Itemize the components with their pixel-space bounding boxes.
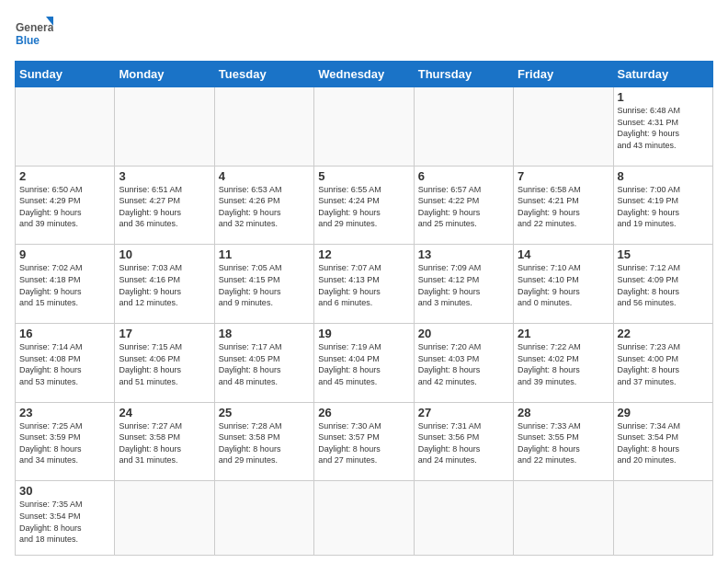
day-number: 1 <box>618 90 709 104</box>
day-number: 27 <box>418 406 509 419</box>
day-number: 12 <box>318 247 409 261</box>
day-info: Sunrise: 7:25 AM Sunset: 3:59 PM Dayligh… <box>19 420 110 466</box>
day-number: 6 <box>418 169 509 183</box>
page-header: General Blue <box>15 15 713 53</box>
day-number: 17 <box>119 327 210 340</box>
day-info: Sunrise: 7:35 AM Sunset: 3:54 PM Dayligh… <box>19 499 110 545</box>
day-info: Sunrise: 7:19 AM Sunset: 4:04 PM Dayligh… <box>318 341 409 387</box>
table-row <box>414 87 513 167</box>
day-number: 25 <box>219 406 310 419</box>
table-row <box>214 481 313 556</box>
table-row <box>115 481 214 556</box>
table-row: 26Sunrise: 7:30 AM Sunset: 3:57 PM Dayli… <box>314 402 414 481</box>
calendar-header-row: Sunday Monday Tuesday Wednesday Thursday… <box>16 62 713 87</box>
table-row: 5Sunrise: 6:55 AM Sunset: 4:24 PM Daylig… <box>314 166 414 245</box>
day-number: 11 <box>219 247 310 261</box>
day-number: 4 <box>219 169 310 183</box>
table-row: 30Sunrise: 7:35 AM Sunset: 3:54 PM Dayli… <box>16 481 115 556</box>
calendar-week-row: 9Sunrise: 7:02 AM Sunset: 4:18 PM Daylig… <box>16 245 713 324</box>
table-row: 21Sunrise: 7:22 AM Sunset: 4:02 PM Dayli… <box>514 324 613 403</box>
col-monday: Monday <box>115 62 214 87</box>
day-info: Sunrise: 7:07 AM Sunset: 4:13 PM Dayligh… <box>318 262 409 308</box>
table-row <box>514 481 613 556</box>
table-row: 2Sunrise: 6:50 AM Sunset: 4:29 PM Daylig… <box>16 166 115 245</box>
table-row: 27Sunrise: 7:31 AM Sunset: 3:56 PM Dayli… <box>414 402 513 481</box>
table-row: 17Sunrise: 7:15 AM Sunset: 4:06 PM Dayli… <box>115 324 214 403</box>
day-number: 3 <box>119 169 210 183</box>
table-row: 11Sunrise: 7:05 AM Sunset: 4:15 PM Dayli… <box>214 245 313 324</box>
table-row: 7Sunrise: 6:58 AM Sunset: 4:21 PM Daylig… <box>514 166 613 245</box>
table-row: 9Sunrise: 7:02 AM Sunset: 4:18 PM Daylig… <box>16 245 115 324</box>
table-row: 3Sunrise: 6:51 AM Sunset: 4:27 PM Daylig… <box>115 166 214 245</box>
day-number: 19 <box>318 327 409 340</box>
table-row: 29Sunrise: 7:34 AM Sunset: 3:54 PM Dayli… <box>613 402 712 481</box>
day-number: 21 <box>518 327 609 340</box>
day-number: 23 <box>19 406 110 419</box>
day-number: 5 <box>318 169 409 183</box>
day-info: Sunrise: 7:17 AM Sunset: 4:05 PM Dayligh… <box>219 341 310 387</box>
day-number: 20 <box>418 327 509 340</box>
day-number: 29 <box>618 406 709 419</box>
day-number: 26 <box>318 406 409 419</box>
table-row: 22Sunrise: 7:23 AM Sunset: 4:00 PM Dayli… <box>613 324 712 403</box>
table-row: 4Sunrise: 6:53 AM Sunset: 4:26 PM Daylig… <box>214 166 313 245</box>
col-wednesday: Wednesday <box>314 62 414 87</box>
day-info: Sunrise: 7:20 AM Sunset: 4:03 PM Dayligh… <box>418 341 509 387</box>
day-info: Sunrise: 6:50 AM Sunset: 4:29 PM Dayligh… <box>19 184 110 230</box>
table-row <box>514 87 613 167</box>
logo: General Blue <box>15 15 53 53</box>
table-row: 23Sunrise: 7:25 AM Sunset: 3:59 PM Dayli… <box>16 402 115 481</box>
day-info: Sunrise: 7:33 AM Sunset: 3:55 PM Dayligh… <box>518 420 609 466</box>
day-info: Sunrise: 7:31 AM Sunset: 3:56 PM Dayligh… <box>418 420 509 466</box>
table-row <box>214 87 313 167</box>
day-number: 15 <box>618 247 709 261</box>
table-row: 13Sunrise: 7:09 AM Sunset: 4:12 PM Dayli… <box>414 245 513 324</box>
day-info: Sunrise: 7:05 AM Sunset: 4:15 PM Dayligh… <box>219 262 310 308</box>
table-row: 10Sunrise: 7:03 AM Sunset: 4:16 PM Dayli… <box>115 245 214 324</box>
day-info: Sunrise: 7:23 AM Sunset: 4:00 PM Dayligh… <box>618 341 709 387</box>
day-info: Sunrise: 6:51 AM Sunset: 4:27 PM Dayligh… <box>119 184 210 230</box>
day-number: 24 <box>119 406 210 419</box>
table-row <box>414 481 513 556</box>
calendar-week-row: 30Sunrise: 7:35 AM Sunset: 3:54 PM Dayli… <box>16 481 713 556</box>
day-info: Sunrise: 7:10 AM Sunset: 4:10 PM Dayligh… <box>518 262 609 308</box>
day-info: Sunrise: 6:57 AM Sunset: 4:22 PM Dayligh… <box>418 184 509 230</box>
col-friday: Friday <box>514 62 613 87</box>
table-row <box>314 87 414 167</box>
table-row <box>314 481 414 556</box>
day-number: 30 <box>19 484 110 498</box>
day-info: Sunrise: 7:09 AM Sunset: 4:12 PM Dayligh… <box>418 262 509 308</box>
col-sunday: Sunday <box>16 62 115 87</box>
calendar-week-row: 1Sunrise: 6:48 AM Sunset: 4:31 PM Daylig… <box>16 87 713 167</box>
day-info: Sunrise: 6:48 AM Sunset: 4:31 PM Dayligh… <box>618 105 709 151</box>
calendar-week-row: 16Sunrise: 7:14 AM Sunset: 4:08 PM Dayli… <box>16 324 713 403</box>
table-row: 28Sunrise: 7:33 AM Sunset: 3:55 PM Dayli… <box>514 402 613 481</box>
table-row: 14Sunrise: 7:10 AM Sunset: 4:10 PM Dayli… <box>514 245 613 324</box>
table-row: 24Sunrise: 7:27 AM Sunset: 3:58 PM Dayli… <box>115 402 214 481</box>
table-row: 8Sunrise: 7:00 AM Sunset: 4:19 PM Daylig… <box>613 166 712 245</box>
table-row: 1Sunrise: 6:48 AM Sunset: 4:31 PM Daylig… <box>613 87 712 167</box>
calendar-week-row: 23Sunrise: 7:25 AM Sunset: 3:59 PM Dayli… <box>16 402 713 481</box>
day-info: Sunrise: 6:55 AM Sunset: 4:24 PM Dayligh… <box>318 184 409 230</box>
day-info: Sunrise: 7:27 AM Sunset: 3:58 PM Dayligh… <box>119 420 210 466</box>
day-info: Sunrise: 7:15 AM Sunset: 4:06 PM Dayligh… <box>119 341 210 387</box>
col-thursday: Thursday <box>414 62 513 87</box>
day-number: 18 <box>219 327 310 340</box>
table-row: 25Sunrise: 7:28 AM Sunset: 3:58 PM Dayli… <box>214 402 313 481</box>
day-number: 9 <box>19 247 110 261</box>
logo-icon: General Blue <box>15 15 53 53</box>
table-row: 18Sunrise: 7:17 AM Sunset: 4:05 PM Dayli… <box>214 324 313 403</box>
svg-text:General: General <box>16 21 53 34</box>
day-info: Sunrise: 7:28 AM Sunset: 3:58 PM Dayligh… <box>219 420 310 466</box>
table-row: 20Sunrise: 7:20 AM Sunset: 4:03 PM Dayli… <box>414 324 513 403</box>
day-number: 16 <box>19 327 110 340</box>
day-info: Sunrise: 7:00 AM Sunset: 4:19 PM Dayligh… <box>618 184 709 230</box>
day-number: 13 <box>418 247 509 261</box>
day-info: Sunrise: 7:22 AM Sunset: 4:02 PM Dayligh… <box>518 341 609 387</box>
day-info: Sunrise: 7:02 AM Sunset: 4:18 PM Dayligh… <box>19 262 110 308</box>
day-info: Sunrise: 6:53 AM Sunset: 4:26 PM Dayligh… <box>219 184 310 230</box>
table-row <box>115 87 214 167</box>
day-info: Sunrise: 7:14 AM Sunset: 4:08 PM Dayligh… <box>19 341 110 387</box>
day-number: 14 <box>518 247 609 261</box>
table-row: 19Sunrise: 7:19 AM Sunset: 4:04 PM Dayli… <box>314 324 414 403</box>
